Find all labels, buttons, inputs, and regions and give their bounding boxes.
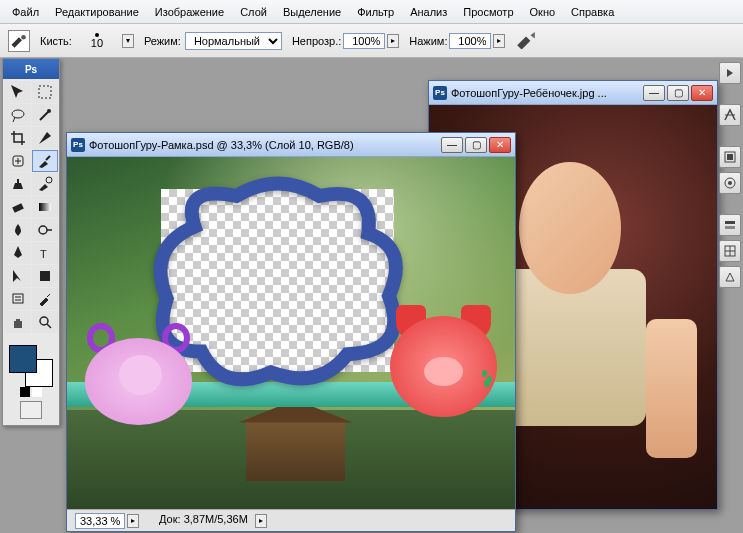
magic-wand-tool[interactable] (32, 104, 58, 126)
menu-file[interactable]: Файл (4, 2, 47, 22)
menu-window[interactable]: Окно (522, 2, 564, 22)
svg-rect-14 (727, 154, 733, 160)
svg-rect-18 (725, 226, 735, 229)
menu-help[interactable]: Справка (563, 2, 622, 22)
menu-layer[interactable]: Слой (232, 2, 275, 22)
sheep-character (85, 319, 193, 425)
menubar: Файл Редактирование Изображение Слой Выд… (0, 0, 743, 24)
svg-point-8 (39, 226, 47, 234)
lasso-tool[interactable] (5, 104, 31, 126)
opacity-label: Непрозр.: (292, 35, 341, 47)
zoom-tool[interactable] (32, 311, 58, 333)
type-tool[interactable]: T (32, 242, 58, 264)
svg-point-5 (46, 177, 52, 183)
svg-point-0 (21, 35, 26, 40)
hand-tool[interactable] (5, 311, 31, 333)
dock-panel-icon[interactable] (719, 240, 741, 262)
dock-panel-icon[interactable] (719, 266, 741, 288)
flow-chevron-icon[interactable]: ▸ (493, 34, 505, 48)
svg-point-3 (47, 109, 51, 113)
psd-icon: Ps (71, 138, 85, 152)
blur-tool[interactable] (5, 219, 31, 241)
mode-label: Режим: (144, 35, 181, 47)
status-bar: ▸ Док: 3,87M/5,36M ▸ (67, 509, 515, 531)
title-frame: ФотошопГуру-Рамка.psd @ 33,3% (Слой 10, … (89, 139, 437, 151)
pen-tool[interactable] (5, 242, 31, 264)
zoom-chevron-icon[interactable]: ▸ (127, 514, 139, 528)
opacity-chevron-icon[interactable]: ▸ (387, 34, 399, 48)
titlebar-baby[interactable]: Ps ФотошопГуру-Ребёночек.jpg ... — ▢ ✕ (429, 81, 717, 105)
menu-image[interactable]: Изображение (147, 2, 232, 22)
dock-panel-icon[interactable] (719, 104, 741, 126)
svg-rect-17 (725, 221, 735, 224)
move-tool[interactable] (5, 81, 31, 103)
maximize-button[interactable]: ▢ (465, 137, 487, 153)
color-swatches[interactable] (3, 341, 59, 385)
gradient-tool[interactable] (32, 196, 58, 218)
flow-input[interactable] (449, 33, 491, 49)
marquee-tool[interactable] (32, 81, 58, 103)
brush-size-value: 10 (82, 37, 112, 49)
title-baby: ФотошопГуру-Ребёночек.jpg ... (451, 87, 639, 99)
svg-rect-1 (39, 86, 51, 98)
path-selection-tool[interactable] (5, 265, 31, 287)
flow-label: Нажим: (409, 35, 447, 47)
dock-panel-icon[interactable] (719, 172, 741, 194)
foreground-color-swatch[interactable] (9, 345, 37, 373)
healing-brush-tool[interactable] (5, 150, 31, 172)
clone-stamp-tool[interactable] (5, 173, 31, 195)
history-brush-tool[interactable] (32, 173, 58, 195)
canvas-frame[interactable] (67, 157, 515, 509)
pig-character (390, 305, 498, 418)
close-button[interactable]: ✕ (489, 137, 511, 153)
toolbox: Ps T (2, 58, 60, 426)
brush-preset-picker[interactable]: 10 (82, 33, 112, 49)
brush-preset-chevron-icon[interactable]: ▾ (122, 34, 134, 48)
dock-panel-icon[interactable] (719, 214, 741, 236)
eraser-tool[interactable] (5, 196, 31, 218)
menu-edit[interactable]: Редактирование (47, 2, 147, 22)
slice-tool[interactable] (32, 127, 58, 149)
opacity-input[interactable] (343, 33, 385, 49)
svg-point-12 (40, 317, 48, 325)
minimize-button[interactable]: — (441, 137, 463, 153)
dock-expand-icon[interactable] (719, 62, 741, 84)
svg-point-2 (12, 110, 24, 118)
notes-tool[interactable] (5, 288, 31, 310)
menu-analysis[interactable]: Анализ (402, 2, 455, 22)
menu-view[interactable]: Просмотр (455, 2, 521, 22)
svg-rect-11 (13, 294, 23, 303)
brush-label: Кисть: (40, 35, 72, 47)
svg-rect-10 (40, 271, 50, 281)
dodge-tool[interactable] (32, 219, 58, 241)
workspace: Ps ФотошопГуру-Ребёночек.jpg ... — ▢ ✕ P… (0, 58, 743, 533)
svg-text:T: T (40, 248, 47, 260)
docsize-value: 3,87M/5,36M (184, 513, 248, 525)
zoom-input[interactable] (75, 513, 125, 529)
quick-mask-toggle[interactable] (20, 401, 42, 419)
maximize-button[interactable]: ▢ (667, 85, 689, 101)
current-tool-icon[interactable] (8, 30, 30, 52)
brush-tool[interactable] (32, 150, 58, 172)
default-colors-icon[interactable] (3, 387, 59, 397)
minimize-button[interactable]: — (643, 85, 665, 101)
toolbox-header[interactable]: Ps (3, 59, 59, 79)
blend-mode-select[interactable]: Нормальный (185, 32, 282, 50)
options-bar: Кисть: 10 ▾ Режим: Нормальный Непрозр.: … (0, 24, 743, 58)
dock-panel-icon[interactable] (719, 146, 741, 168)
svg-rect-6 (12, 203, 24, 213)
svg-rect-7 (39, 203, 51, 211)
eyedropper-tool[interactable] (32, 288, 58, 310)
docsize-chevron-icon[interactable]: ▸ (255, 514, 267, 528)
shape-tool[interactable] (32, 265, 58, 287)
svg-point-16 (728, 181, 732, 185)
close-button[interactable]: ✕ (691, 85, 713, 101)
menu-filter[interactable]: Фильтр (349, 2, 402, 22)
document-window-frame: Ps ФотошопГуру-Рамка.psd @ 33,3% (Слой 1… (66, 132, 516, 532)
titlebar-frame[interactable]: Ps ФотошопГуру-Рамка.psd @ 33,3% (Слой 1… (67, 133, 515, 157)
crop-tool[interactable] (5, 127, 31, 149)
menu-select[interactable]: Выделение (275, 2, 349, 22)
psd-icon: Ps (433, 86, 447, 100)
docsize-label: Док: (159, 513, 181, 525)
airbrush-toggle-icon[interactable] (515, 32, 537, 50)
